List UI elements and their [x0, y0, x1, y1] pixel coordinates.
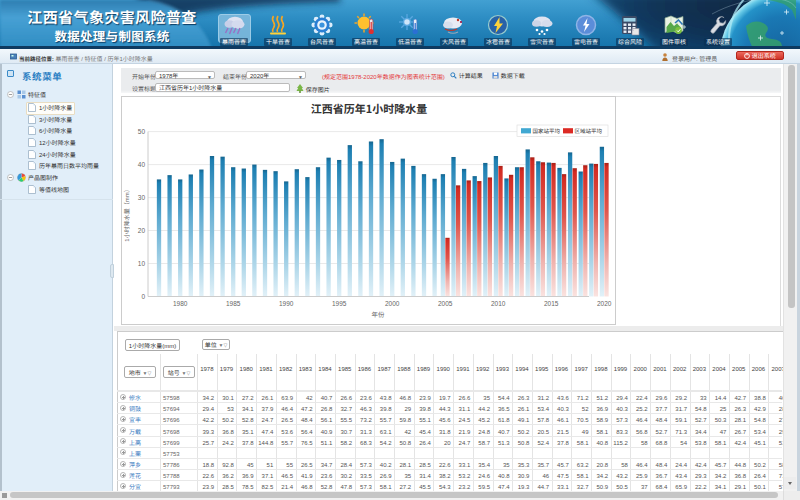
svg-text:30: 30 [138, 192, 146, 202]
svg-text:40: 40 [138, 159, 146, 169]
svg-text:1980: 1980 [173, 298, 188, 308]
svg-text:国家站平均: 国家站平均 [533, 127, 561, 135]
svg-text:50: 50 [138, 126, 146, 136]
svg-text:1990: 1990 [279, 298, 294, 308]
svg-text:2010: 2010 [491, 298, 506, 308]
svg-text:1985: 1985 [226, 298, 241, 308]
svg-text:20: 20 [138, 225, 146, 235]
svg-text:2015: 2015 [544, 298, 559, 308]
svg-text:1小时降水量（mm）: 1小时降水量（mm） [122, 186, 131, 241]
svg-text:年份: 年份 [372, 309, 386, 319]
svg-text:2000: 2000 [385, 298, 400, 308]
svg-text:区域站平均: 区域站平均 [575, 127, 603, 135]
svg-text:10: 10 [138, 258, 146, 268]
svg-text:0: 0 [141, 291, 145, 301]
svg-text:2020: 2020 [597, 298, 612, 308]
svg-text:1995: 1995 [332, 298, 347, 308]
svg-text:江西省历年1小时降水量: 江西省历年1小时降水量 [311, 100, 428, 116]
svg-text:2005: 2005 [438, 298, 453, 308]
